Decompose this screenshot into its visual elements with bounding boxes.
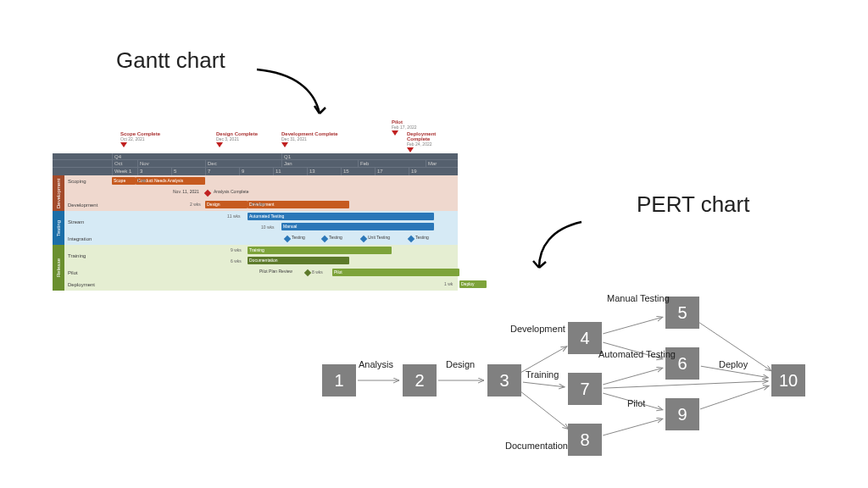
pert-node-7: 7 (568, 373, 602, 405)
task-bar: Pilot (332, 269, 459, 276)
gantt-row: TrainingTrainingDocumentation9 wks6 wks (64, 245, 458, 267)
diamond-label: Unit Testing (368, 235, 390, 240)
timeline-tick: Oct (112, 160, 122, 167)
gantt-milestone-header: Scope CompleteOct 22, 2021Design Complet… (53, 119, 458, 153)
milestone-diamond-icon (408, 236, 415, 242)
task-bar: Documentation (248, 257, 349, 264)
pert-node-9: 9 (665, 398, 699, 430)
diamond-label: Testing (415, 235, 429, 240)
gantt-title: Gantt chart (116, 47, 225, 74)
note-label: Pilot Plan Review (259, 269, 292, 274)
pert-node-3: 3 (487, 364, 521, 396)
milestone: Development CompleteDec 31, 2021 (281, 131, 338, 147)
pert-edge (604, 381, 768, 388)
row-label: Pilot (64, 270, 112, 275)
task-bar: Automated Testing (248, 213, 434, 220)
pert-title: PERT chart (637, 191, 749, 218)
pert-edge-label: Training (526, 369, 559, 380)
row-label: Integration (64, 236, 112, 241)
row-label: Scoping (64, 179, 112, 184)
timeline-tick: 15 (341, 168, 349, 175)
task-bar: Scope (112, 177, 136, 185)
milestone: Design CompleteDec 3, 2021 (216, 131, 258, 147)
row-label: Training (64, 253, 112, 258)
pert-edge (520, 391, 569, 430)
swim-lane-release: ReleaseTrainingTrainingDocumentation9 wk… (53, 245, 458, 291)
pert-node-2: 2 (403, 364, 437, 396)
lane-category: Testing (53, 211, 64, 245)
diamond-label: Testing (292, 235, 305, 240)
lane-category: Release (53, 245, 64, 291)
pert-edge-label: Manual Testing (607, 293, 670, 303)
duration-label: 4.5 wks (251, 202, 265, 207)
duration-label: 10 wks (261, 225, 275, 230)
pert-edge-label: Analysis (359, 359, 393, 369)
pert-node-4: 4 (568, 322, 602, 354)
pert-edge (603, 317, 662, 334)
task-bar: Deploy (459, 280, 487, 288)
timeline-tick: 9 (239, 168, 244, 175)
diamond-label: Analysis Complete (214, 189, 248, 194)
gantt-row: PilotPilot8 wksPilot Plan Review (64, 267, 458, 279)
timeline-tick: 19 (409, 168, 417, 175)
duration-label: 6 wks (231, 258, 242, 263)
pert-chart: 12345678910AnalysisDesignDevelopmentTrai… (314, 288, 839, 466)
pert-edge-label: Automated Testing (598, 349, 676, 359)
timeline-tick: Week 1 (112, 168, 131, 175)
duration-label: 2 wks (190, 202, 201, 207)
pert-edge-label: Pilot (627, 398, 645, 408)
duration-label: 11 wks (227, 214, 241, 219)
milestone-diamond-icon (204, 190, 211, 197)
task-bar: Design (205, 201, 248, 208)
pert-edge-label: Development (510, 324, 565, 334)
duration-label: 1 wk (137, 178, 146, 183)
gantt-row: StreamAutomated TestingManual11 wks10 wk… (64, 211, 458, 233)
timeline-tick: Q4 (112, 153, 121, 159)
milestone-diamond-icon (360, 236, 367, 242)
pert-node-5: 5 (665, 297, 699, 329)
pert-edge (700, 385, 769, 409)
timeline-tick: 3 (137, 168, 142, 175)
timeline-tick: Jan (281, 160, 292, 167)
pert-edge-label: Documentation (505, 441, 568, 451)
pert-edge-label: Deploy (719, 359, 748, 369)
milestone-diamond-icon (304, 269, 311, 276)
timeline-tick: Nov (137, 160, 149, 167)
task-bar: Conduct Needs Analysis (136, 177, 205, 185)
pert-edge (523, 382, 565, 387)
row-label: Development (64, 202, 112, 208)
pert-edge (603, 419, 662, 435)
pert-node-10: 10 (771, 364, 805, 396)
milestone: Deployment CompleteFeb 24, 2022 (407, 131, 458, 152)
timeline-tick: Mar (426, 160, 437, 167)
task-bar: Training (248, 247, 392, 254)
timeline-tick: Feb (358, 160, 369, 167)
pert-node-1: 1 (322, 364, 356, 396)
duration-label: 1 wk (444, 281, 453, 286)
lane-category: Development (53, 175, 64, 211)
milestone-diamond-icon (284, 236, 291, 242)
row-label: Deployment (64, 282, 112, 287)
pert-edge-label: Design (446, 359, 475, 369)
milestone-diamond-icon (321, 236, 328, 242)
gantt-timeline: Q4Q1 OctNovDecJanFebMar Week 13579111315… (53, 153, 458, 175)
timeline-tick: 17 (375, 168, 383, 175)
pert-edge (603, 368, 662, 385)
swim-lane-development: DevelopmentScopingScopeConduct Needs Ana… (53, 175, 458, 211)
timeline-tick: Dec (205, 160, 217, 167)
duration-label: 9 wks (231, 247, 242, 252)
timeline-tick: 7 (205, 168, 210, 175)
gantt-row: Analysis CompleteNov. 11, 2021 (64, 187, 458, 199)
gantt-row: DevelopmentDesignDevelopment2 wks4.5 wks (64, 199, 458, 211)
timeline-tick: 11 (273, 168, 281, 175)
gantt-row: ScopingScopeConduct Needs Analysis1 wk (64, 175, 458, 187)
note-label: Nov. 11, 2021 (173, 189, 199, 194)
pert-node-8: 8 (568, 424, 602, 456)
gantt-row: IntegrationTestingTestingUnit TestingTes… (64, 233, 458, 245)
task-bar: Manual (281, 223, 434, 230)
swim-lane-testing: TestingStreamAutomated TestingManual11 w… (53, 211, 458, 245)
duration-label: 8 wks (312, 269, 323, 274)
timeline-tick: Q1 (281, 153, 291, 159)
milestone: Scope CompleteOct 22, 2021 (120, 131, 160, 147)
arrow-pert-icon (526, 217, 593, 281)
